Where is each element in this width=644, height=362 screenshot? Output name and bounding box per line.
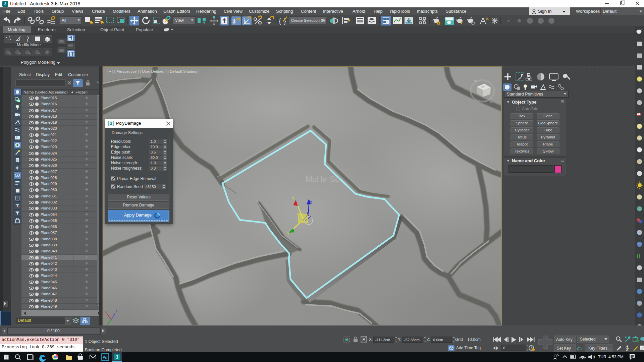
svg-text:4:53 PM: 4:53 PM bbox=[608, 355, 624, 359]
svg-text:3: 3 bbox=[4, 2, 6, 6]
svg-text:Key Filters...: Key Filters... bbox=[588, 346, 611, 351]
svg-text:y: y bbox=[287, 230, 289, 235]
svg-text:MoHe-Sc: MoHe-Sc bbox=[306, 175, 339, 184]
svg-text:3: 3 bbox=[110, 122, 112, 126]
svg-text:X:: X: bbox=[369, 337, 373, 342]
svg-text:0: 0 bbox=[503, 346, 505, 350]
svg-text:0.0cm: 0.0cm bbox=[433, 338, 443, 342]
svg-text:All: All bbox=[62, 18, 66, 23]
svg-text:Auto Key: Auto Key bbox=[556, 337, 573, 342]
svg-text:z: z bbox=[116, 309, 117, 313]
svg-text:View: View bbox=[175, 18, 184, 23]
svg-text:3: 3 bbox=[116, 354, 118, 360]
svg-text:3: 3 bbox=[232, 18, 235, 25]
svg-text:Y:: Y: bbox=[398, 337, 401, 342]
svg-text:Create Selection Se: Create Selection Se bbox=[291, 18, 325, 22]
svg-text:x: x bbox=[105, 310, 107, 313]
svg-text:Set Key: Set Key bbox=[557, 346, 571, 351]
svg-text:❋: ❋ bbox=[15, 166, 19, 171]
svg-text:Grid = 10.0cm: Grid = 10.0cm bbox=[455, 337, 481, 342]
svg-text:N: N bbox=[490, 101, 492, 104]
svg-text:-52.38cm: -52.38cm bbox=[404, 338, 420, 342]
svg-text:{: { bbox=[279, 17, 281, 25]
svg-text:TUR: TUR bbox=[598, 355, 606, 359]
svg-text:Z:: Z: bbox=[427, 337, 430, 342]
svg-text:Selected: Selected bbox=[580, 337, 596, 342]
svg-text:-111.3cm: -111.3cm bbox=[375, 338, 390, 342]
svg-text:z: z bbox=[310, 200, 312, 205]
svg-text:W: W bbox=[474, 80, 477, 83]
svg-text:x: x bbox=[292, 195, 294, 200]
svg-text:[ + ] [ Perspective ] [ User D: [ + ] [ Perspective ] [ User Defined ] [… bbox=[107, 69, 199, 73]
svg-text:Add Time Tag: Add Time Tag bbox=[456, 346, 481, 350]
svg-text:Ps: Ps bbox=[103, 355, 107, 359]
